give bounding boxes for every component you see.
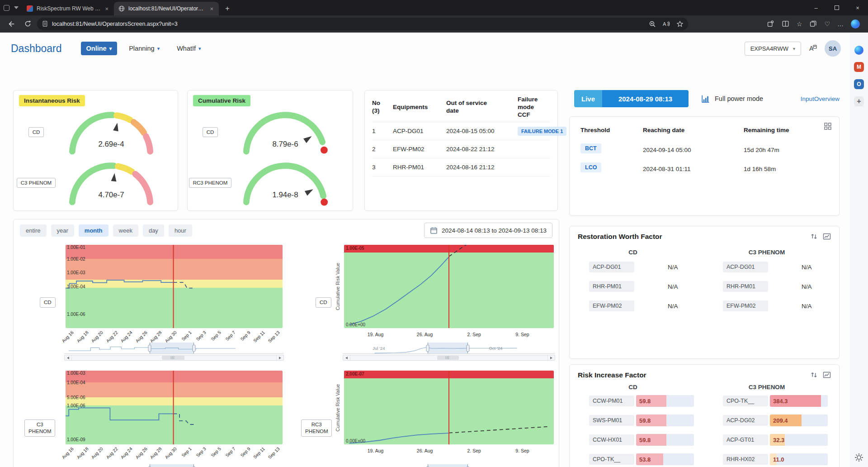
date-range-picker[interactable]: 2024-08-14 08:13 to 2024-09-13 08:13 (424, 223, 552, 238)
sync-icon[interactable] (810, 233, 819, 242)
scroll-right-arrow[interactable] (548, 355, 555, 360)
svg-text:1.94e-8: 1.94e-8 (272, 191, 298, 199)
tab-close-icon[interactable]: × (209, 5, 214, 12)
navigator-handle[interactable] (192, 345, 195, 352)
maximize-button[interactable] (826, 0, 847, 15)
copilot-icon[interactable] (851, 19, 860, 29)
expand-grid-icon[interactable] (824, 122, 833, 131)
factor-value: N/A (668, 283, 678, 290)
chart-navigator[interactable]: Jul '24Oct '24 (343, 343, 555, 361)
factor-value: N/A (802, 264, 812, 271)
new-tab-button[interactable]: + (222, 3, 233, 14)
close-button[interactable]: × (847, 0, 868, 15)
workspaces-icon[interactable] (4, 5, 9, 11)
back-button[interactable] (5, 17, 18, 31)
sync-icon[interactable] (810, 371, 819, 380)
factor-value: 59.8 (639, 398, 651, 405)
factor-row: SWS-PM0159.8 (589, 414, 694, 427)
browser-tab-2[interactable]: localhost:81/NewUI/OperatorsSc... × (114, 2, 219, 15)
restoration-title: Restoration Worth Factor (578, 233, 662, 241)
riskspectrum-favicon (27, 5, 33, 12)
app-header: Dashboard Online▾ Planning▾ WhatIf▾ EXPS… (11, 37, 841, 60)
sidebar-outlook-icon[interactable]: O (854, 79, 864, 89)
equipment-chip: ACP-DG01 (723, 262, 768, 272)
factor-value-bar: 59.8 (636, 395, 694, 407)
scroll-left-arrow[interactable] (343, 355, 350, 360)
scrollbar-thumb[interactable] (162, 356, 184, 360)
scrollbar-track[interactable] (350, 355, 548, 360)
time-tab-week[interactable]: week (113, 224, 138, 237)
collections-icon[interactable] (809, 20, 817, 28)
url-text[interactable]: localhost:81/NewUI/OperatorsScreen.aspx?… (52, 21, 645, 27)
translate-icon[interactable]: A (808, 44, 817, 53)
nav-whatif[interactable]: WhatIf▾ (171, 42, 206, 55)
browser-essentials-icon[interactable]: ♡ (824, 20, 830, 28)
factor-value: N/A (802, 303, 812, 310)
gauge-label-cd: CD (28, 127, 44, 138)
factor-value: N/A (802, 283, 812, 290)
nav-online[interactable]: Online▾ (81, 42, 118, 55)
navigator-window[interactable] (150, 464, 194, 467)
split-screen-icon[interactable] (782, 20, 789, 28)
sidebar-copilot-icon[interactable] (854, 46, 863, 55)
address-bar[interactable]: localhost:81/NewUI/OperatorsScreen.aspx?… (37, 18, 688, 30)
scrollbar-track[interactable] (71, 355, 277, 360)
factor-value-bar: 59.8 (636, 434, 694, 446)
threshold-value-label: 2.00E-07 (346, 372, 364, 376)
zoom-icon[interactable] (649, 20, 656, 28)
nav-planning[interactable]: Planning▾ (123, 42, 165, 55)
input-overview-link[interactable]: InputOverview (801, 95, 840, 102)
threshold-chip-lco[interactable]: LCO (580, 162, 601, 172)
minimize-button[interactable]: – (806, 0, 826, 15)
scroll-right-arrow[interactable] (277, 355, 283, 360)
favorites-icon[interactable]: ☆ (797, 20, 802, 28)
scrollbar-thumb[interactable] (437, 356, 459, 360)
factor-value-bar: 384.3 (770, 395, 828, 407)
navigator-window[interactable] (428, 464, 468, 467)
restoration-cd-list: ACP-DG01N/ARHR-PM01N/AEFW-PM02N/A (589, 261, 678, 319)
threshold-chip-bct[interactable]: BCT (580, 143, 601, 153)
tab-actions-icon[interactable] (14, 6, 19, 9)
settings-gear-icon[interactable] (854, 453, 864, 462)
chart-navigator[interactable] (64, 343, 284, 361)
navigator-handle[interactable] (426, 345, 429, 352)
extensions-icon[interactable] (767, 20, 774, 28)
navigator-window[interactable] (150, 343, 194, 353)
time-tab-year[interactable]: year (51, 224, 74, 237)
refresh-button[interactable] (21, 17, 34, 31)
factor-row: ACP-GT0132.3 (723, 434, 828, 446)
navigator-window[interactable] (428, 343, 468, 353)
service-row: 1ACP-DG012024-08-15 05:00FAILURE MODE 1 (372, 122, 550, 140)
project-select[interactable]: EXPSA4RWW▾ (745, 42, 801, 56)
sidebar-m365-icon[interactable]: M (854, 62, 864, 72)
tab-close-icon[interactable]: × (104, 5, 109, 12)
chart-view-icon[interactable] (823, 233, 832, 242)
browser-tab-1[interactable]: RiskSpectrum RW Web Download... × (22, 2, 114, 15)
chart-navigator[interactable] (64, 464, 284, 467)
time-tab-day[interactable]: day (143, 224, 164, 237)
page-info-icon[interactable] (42, 20, 48, 27)
equipment-chip: CCW-HX01 (589, 434, 634, 445)
power-mode-label: Full power mode (715, 95, 763, 102)
time-tab-entire[interactable]: entire (20, 224, 47, 237)
read-aloud-icon[interactable]: A (662, 20, 670, 27)
scroll-left-arrow[interactable] (65, 355, 71, 360)
more-menu-icon[interactable]: … (837, 20, 844, 28)
chevron-down-icon: ▾ (157, 46, 160, 52)
chart-navigator[interactable]: Jul '24Oct '24 (343, 464, 555, 467)
time-tab-month[interactable]: month (79, 224, 108, 237)
sidebar-add-icon[interactable]: + (854, 96, 864, 106)
factor-value: 384.3 (773, 398, 788, 405)
power-mode-row: Full power mode InputOverview (701, 90, 840, 107)
favorite-star-icon[interactable] (676, 20, 684, 28)
factor-row: EFW-PM02N/A (723, 300, 812, 312)
operators-screen-page: Dashboard Online▾ Planning▾ WhatIf▾ EXPS… (0, 33, 850, 467)
failure-mode-chip[interactable]: FAILURE MODE 1 (518, 127, 566, 136)
chart-view-icon[interactable] (823, 371, 832, 380)
navigator-handle[interactable] (148, 345, 151, 352)
time-tab-hour[interactable]: hour (169, 224, 192, 237)
zero-value-label: 0.00E+00 (346, 438, 365, 443)
navigator-handle[interactable] (467, 345, 470, 352)
avatar[interactable]: SA (825, 40, 841, 57)
restoration-col-cd: CD (579, 249, 687, 256)
